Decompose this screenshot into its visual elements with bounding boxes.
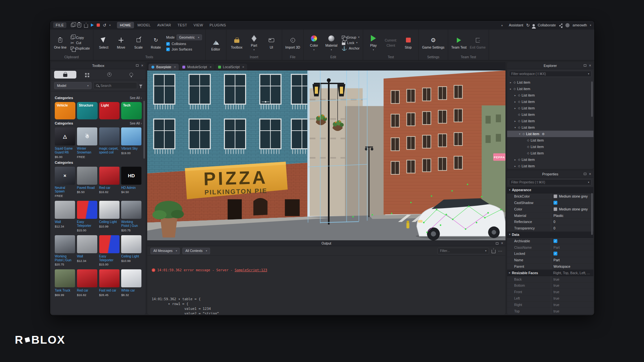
- tab-inventory[interactable]: [76, 71, 99, 79]
- toolbox-item[interactable]: Working Pistol | Gun $20.75: [121, 201, 141, 232]
- toolbox-item[interactable]: Fast red car $28.45: [99, 269, 120, 297]
- toolbox-item[interactable]: magic carpet, speed coil: [99, 127, 120, 159]
- asset-type-dropdown[interactable]: Model▾: [54, 82, 91, 89]
- property-value[interactable]: true: [551, 276, 593, 282]
- property-row[interactable]: Color Medium stone grey: [507, 206, 593, 212]
- tree-item[interactable]: ◇ List item: [507, 156, 593, 163]
- import-3d-button[interactable]: Import 3D: [285, 36, 300, 49]
- output-filter-input[interactable]: [440, 249, 483, 253]
- user-menu[interactable]: ameowth: [572, 23, 587, 27]
- join-surfaces-checkbox[interactable]: ✓Join Surfaces: [166, 47, 202, 51]
- section-arrow-icon[interactable]: [509, 189, 510, 191]
- expand-arrow-icon[interactable]: [509, 88, 512, 90]
- tab-marketplace[interactable]: [54, 71, 76, 79]
- property-row[interactable]: Material Plastic: [507, 212, 593, 219]
- toolbox-item[interactable]: White car $8.32: [121, 269, 141, 297]
- color-button[interactable]: Color ▾: [307, 34, 321, 51]
- game-settings-button[interactable]: ⚙ Game Settings: [422, 36, 444, 49]
- refresh-icon[interactable]: ↻: [526, 23, 530, 27]
- checkbox-checked-icon[interactable]: ✓: [553, 252, 557, 255]
- property-row[interactable]: Bottom true: [507, 283, 593, 289]
- property-value[interactable]: Workspace: [551, 264, 593, 270]
- property-value[interactable]: Part: [551, 257, 593, 263]
- properties-scrollbar[interactable]: [591, 193, 593, 235]
- property-value[interactable]: Right, Top, Back, Left, ...: [551, 270, 593, 276]
- lock-button[interactable]: Lock▾: [342, 41, 360, 45]
- explorer-scrollbar[interactable]: [591, 81, 593, 117]
- close-icon[interactable]: ×: [209, 65, 211, 69]
- toolbox-item[interactable]: Red car $16.82: [99, 167, 120, 198]
- share-icon[interactable]: [559, 25, 561, 26]
- search-input[interactable]: [101, 84, 135, 88]
- tab-creations[interactable]: [120, 71, 143, 79]
- ui-button[interactable]: UI: [264, 36, 279, 49]
- property-row[interactable]: Reflectance 0: [507, 219, 593, 225]
- expand-arrow-icon[interactable]: [518, 133, 521, 135]
- float-panel-icon[interactable]: [584, 173, 586, 175]
- menu-tab[interactable]: MODEL: [135, 22, 154, 28]
- toolbox-item[interactable]: Paved Road $5.50: [77, 167, 97, 198]
- property-row[interactable]: Name Part: [507, 257, 593, 264]
- play-button[interactable]: Play ▾: [366, 34, 380, 51]
- messages-filter-dropdown[interactable]: All Messages▾: [150, 248, 180, 254]
- more-options-icon[interactable]: ···: [498, 249, 502, 253]
- output-log[interactable]: – 14:01:59.362 error message - Server - …: [147, 256, 505, 314]
- expand-arrow-icon[interactable]: [514, 165, 517, 168]
- property-row[interactable]: Back true: [507, 276, 593, 283]
- property-value[interactable]: [551, 187, 593, 193]
- play-icon[interactable]: [91, 23, 94, 27]
- property-row[interactable]: Resizable Faces Right, Top, Back, Left, …: [507, 270, 593, 276]
- tree-item[interactable]: ◇ List item: [507, 79, 593, 86]
- property-value[interactable]: true: [551, 283, 593, 289]
- copy-icon[interactable]: [71, 23, 74, 27]
- menu-tab[interactable]: TEST: [175, 22, 190, 28]
- category-card[interactable]: Structure: [77, 102, 98, 119]
- expand-arrow-icon[interactable]: [514, 158, 517, 161]
- tree-item[interactable]: ◇ List item: [507, 98, 593, 105]
- material-button[interactable]: Material ▾: [324, 34, 339, 51]
- menu-tab[interactable]: VIEW: [191, 22, 206, 28]
- close-icon[interactable]: ×: [242, 65, 244, 69]
- section-arrow-icon[interactable]: [509, 271, 510, 274]
- toolbox-item[interactable]: Easy Teleporter $15.00: [77, 201, 97, 232]
- property-value[interactable]: ✓: [551, 238, 593, 244]
- menu-tab[interactable]: PLUGINS: [207, 22, 229, 28]
- group-button[interactable]: Group▾: [342, 35, 360, 39]
- close-icon[interactable]: ×: [141, 64, 143, 68]
- property-value[interactable]: ✓: [551, 200, 593, 206]
- property-row[interactable]: Transparency 0: [507, 225, 593, 232]
- move-tool-button[interactable]: Move: [114, 36, 128, 49]
- mode-dropdown[interactable]: Geometric▾: [177, 34, 202, 40]
- tree-item[interactable]: ◇ List item: [507, 111, 593, 118]
- collapse-ribbon-icon[interactable]: ▴: [501, 23, 503, 27]
- section-arrow-icon[interactable]: [509, 233, 510, 236]
- menu-tab[interactable]: HOME: [117, 22, 134, 28]
- expand-arrow-icon[interactable]: [514, 126, 517, 129]
- see-all-link[interactable]: See All ›: [130, 96, 142, 100]
- expand-arrow-icon[interactable]: [509, 81, 512, 84]
- checkbox-checked-icon[interactable]: ✓: [553, 239, 557, 243]
- property-row[interactable]: Left true: [507, 295, 593, 302]
- script-link[interactable]: SampleScript:123: [235, 268, 267, 272]
- tree-item[interactable]: ◇ List item: [507, 124, 593, 131]
- category-card[interactable]: Vehicle: [55, 102, 75, 119]
- property-row[interactable]: Right true: [507, 302, 593, 308]
- property-row[interactable]: Archivable ✓: [507, 238, 593, 244]
- tree-item[interactable]: ◇ List item: [507, 105, 593, 111]
- property-row[interactable]: CastShadow ✓: [507, 200, 593, 206]
- publish-icon[interactable]: [84, 24, 88, 28]
- property-row[interactable]: Data: [507, 232, 593, 238]
- property-value[interactable]: true: [551, 302, 593, 308]
- save-log-icon[interactable]: [492, 250, 495, 253]
- property-value[interactable]: 0: [551, 225, 593, 231]
- chevron-down-icon[interactable]: ▾: [590, 24, 591, 27]
- undo-icon[interactable]: ↺: [103, 23, 106, 27]
- filter-funnel-icon[interactable]: [139, 85, 142, 87]
- toolbox-button[interactable]: Toolbox: [230, 36, 244, 49]
- property-value[interactable]: 0: [551, 219, 593, 225]
- exit-game-button[interactable]: Exit Game: [470, 36, 485, 49]
- anchor-button[interactable]: ⚓Anchor: [342, 46, 360, 51]
- toolbox-item[interactable]: ☃ Winter Snowman FREE: [77, 127, 97, 159]
- tree-item[interactable]: ◇ List item: [507, 137, 593, 144]
- chevron-down-icon[interactable]: ▾: [109, 24, 111, 27]
